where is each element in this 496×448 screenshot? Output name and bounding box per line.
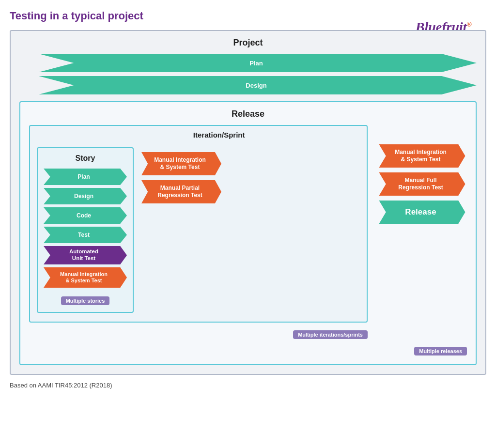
- story-code-arrow: Code: [44, 207, 127, 224]
- release-layout: Iteration/Sprint Story Plan Design Code …: [29, 125, 467, 339]
- project-top-arrows: Plan Design: [19, 54, 477, 94]
- story-auto-unit-arrow: AutomatedUnit Test: [44, 246, 127, 264]
- release-label: Release: [29, 109, 467, 119]
- project-plan-arrow: Plan: [39, 54, 477, 72]
- logo-dot: ®: [467, 21, 472, 28]
- sprint-partial-regression-arrow: Manual PartialRegression Test: [141, 180, 221, 203]
- release-integration-arrow: Manual Integration& System Test: [377, 144, 467, 168]
- sprint-tests: Manual Integration& System Test Manual P…: [141, 133, 221, 203]
- releases-badge: Multiple releases: [414, 347, 467, 355]
- story-plan-arrow: Plan: [44, 169, 127, 185]
- sprint-section: Iteration/Sprint Story Plan Design Code …: [29, 125, 368, 339]
- story-box: Story Plan Design Code Test AutomatedUni…: [37, 147, 134, 313]
- story-test-arrow: Test: [44, 227, 127, 243]
- release-box: Release Iteration/Sprint Story Plan: [19, 101, 477, 365]
- release-release-arrow: Release: [377, 201, 467, 224]
- story-manual-integration-arrow: Manual Integration& System Test: [44, 267, 127, 288]
- project-box: Project Plan Design Release Iteration/Sp…: [10, 30, 486, 375]
- release-full-regression-arrow: Manual FullRegression Test: [377, 172, 467, 196]
- page-title: Testing in a typical project: [10, 10, 486, 22]
- stories-badge: Multiple stories: [61, 296, 110, 305]
- story-design-arrow: Design: [44, 188, 127, 204]
- sprint-box: Iteration/Sprint Story Plan Design Code …: [29, 125, 368, 323]
- sprints-badge: Multiple iterations/sprints: [293, 330, 368, 339]
- story-label: Story: [44, 154, 127, 163]
- sprint-integration-arrow: Manual Integration& System Test: [141, 152, 221, 175]
- release-tests: Manual Integration& System Test Manual F…: [377, 139, 467, 224]
- sprint-label: Iteration/Sprint: [193, 131, 245, 139]
- project-label: Project: [19, 38, 477, 48]
- footer-text: Based on AAMI TIR45:2012 (R2018): [10, 382, 486, 389]
- project-design-arrow: Design: [39, 76, 477, 94]
